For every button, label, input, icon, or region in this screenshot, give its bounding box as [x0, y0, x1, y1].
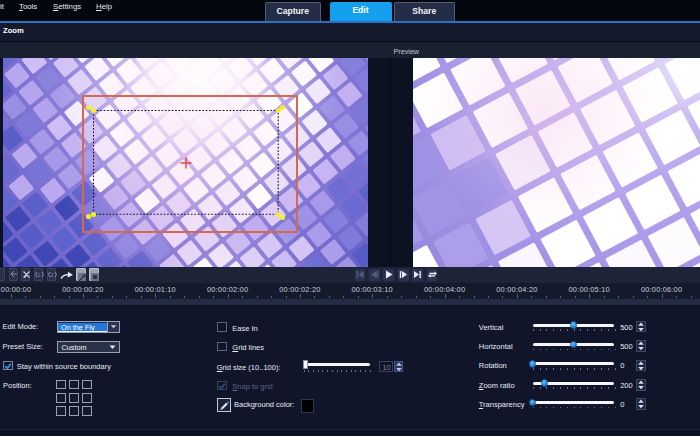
svg-text:1: 1: [38, 272, 41, 278]
svg-text:2: 2: [51, 272, 54, 278]
